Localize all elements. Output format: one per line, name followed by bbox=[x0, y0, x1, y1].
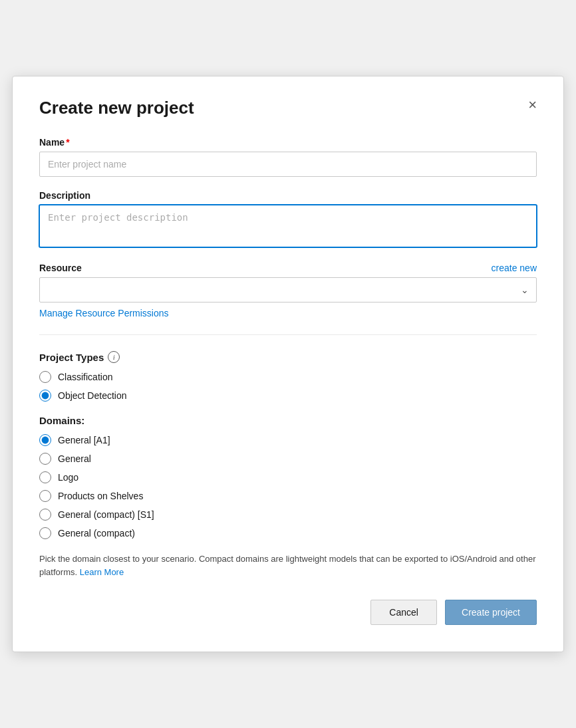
dialog-title: Create new project bbox=[39, 98, 194, 118]
cancel-button[interactable]: Cancel bbox=[370, 600, 437, 625]
logo-radio[interactable] bbox=[39, 471, 51, 483]
resource-field-group: Resource create new ⌄ Manage Resource Pe… bbox=[39, 263, 537, 318]
name-input[interactable] bbox=[39, 152, 537, 177]
description-label: Description bbox=[39, 190, 537, 201]
create-project-dialog: Create new project × Name* Description R… bbox=[12, 76, 564, 652]
general-a1-label: General [A1] bbox=[58, 435, 110, 445]
description-input[interactable] bbox=[39, 205, 537, 247]
hint-text: Pick the domain closest to your scenario… bbox=[39, 552, 537, 578]
learn-more-link[interactable]: Learn More bbox=[80, 567, 124, 577]
general-compact-s1-radio[interactable] bbox=[39, 509, 51, 521]
domains-label: Domains: bbox=[39, 415, 537, 426]
create-project-button[interactable]: Create project bbox=[445, 600, 537, 625]
domain-item-general-a1[interactable]: General [A1] bbox=[39, 434, 537, 446]
manage-permissions-link[interactable]: Manage Resource Permissions bbox=[39, 308, 169, 318]
name-field-group: Name* bbox=[39, 137, 537, 177]
domain-item-products-on-shelves[interactable]: Products on Shelves bbox=[39, 490, 537, 502]
domain-item-general-compact[interactable]: General (compact) bbox=[39, 527, 537, 539]
divider bbox=[39, 334, 537, 335]
general-compact-radio[interactable] bbox=[39, 527, 51, 539]
products-on-shelves-label: Products on Shelves bbox=[58, 491, 143, 501]
object-detection-radio[interactable] bbox=[39, 390, 51, 402]
domain-item-general-compact-s1[interactable]: General (compact) [S1] bbox=[39, 509, 537, 521]
products-on-shelves-radio[interactable] bbox=[39, 490, 51, 502]
info-icon: i bbox=[108, 351, 120, 363]
name-label: Name* bbox=[39, 137, 537, 148]
resource-label: Resource bbox=[39, 263, 82, 273]
create-new-link[interactable]: create new bbox=[492, 263, 537, 273]
radio-item-classification[interactable]: Classification bbox=[39, 371, 537, 383]
domain-item-logo[interactable]: Logo bbox=[39, 471, 537, 483]
classification-label: Classification bbox=[58, 372, 112, 382]
classification-radio[interactable] bbox=[39, 371, 51, 383]
resource-select[interactable] bbox=[39, 277, 537, 303]
general-compact-label: General (compact) bbox=[58, 528, 135, 539]
domain-item-general[interactable]: General bbox=[39, 453, 537, 465]
dialog-header: Create new project × bbox=[39, 98, 537, 118]
logo-label: Logo bbox=[58, 472, 78, 483]
close-button[interactable]: × bbox=[528, 98, 537, 112]
object-detection-label: Object Detection bbox=[58, 390, 127, 401]
radio-item-object-detection[interactable]: Object Detection bbox=[39, 390, 537, 402]
required-indicator: * bbox=[66, 137, 69, 148]
general-a1-radio[interactable] bbox=[39, 434, 51, 446]
resource-header: Resource create new bbox=[39, 263, 537, 273]
project-types-title: Project Types i bbox=[39, 351, 537, 363]
resource-select-wrapper: ⌄ bbox=[39, 277, 537, 303]
project-types-group: Project Types i Classification Object De… bbox=[39, 351, 537, 402]
general-compact-s1-label: General (compact) [S1] bbox=[58, 509, 154, 520]
project-types-radio-group: Classification Object Detection bbox=[39, 371, 537, 402]
domains-section: Domains: General [A1] General Logo Produ… bbox=[39, 415, 537, 539]
description-field-group: Description bbox=[39, 190, 537, 249]
general-radio[interactable] bbox=[39, 453, 51, 465]
dialog-footer: Cancel Create project bbox=[39, 600, 537, 625]
domains-radio-group: General [A1] General Logo Products on Sh… bbox=[39, 434, 537, 539]
general-label: General bbox=[58, 453, 91, 464]
